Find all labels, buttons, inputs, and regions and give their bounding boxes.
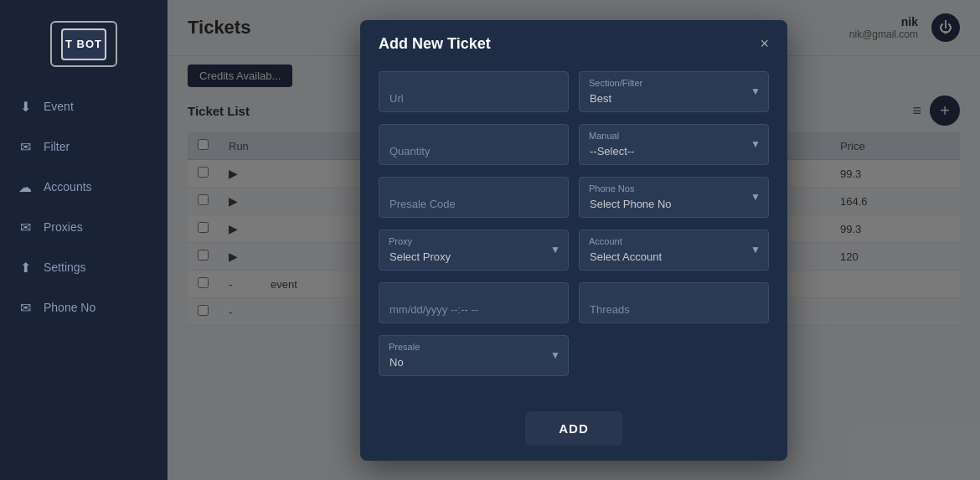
modal-header: Add New Ticket × <box>360 20 787 65</box>
form-row-1: Section/Filter Best General Floor VIP ▼ <box>379 71 769 112</box>
section-filter-group: Section/Filter Best General Floor VIP ▼ <box>579 71 769 112</box>
presale-label: Presale <box>389 342 420 352</box>
section-filter-label: Section/Filter <box>589 78 642 88</box>
sidebar-item-accounts-label: Accounts <box>44 180 92 194</box>
main-area: Tickets nik nik@gmail.com ⏻ Credits Avai… <box>168 0 980 480</box>
form-row-3: Phone Nos Select Phone No ▼ <box>379 177 769 218</box>
settings-icon: ⬆ <box>17 259 34 276</box>
account-group: Account Select Account ▼ <box>579 230 769 271</box>
form-row-6: Presale No Yes ▼ <box>379 335 769 376</box>
proxy-label: Proxy <box>389 236 412 246</box>
datetime-input[interactable] <box>379 282 569 323</box>
logo-area: T BOT <box>0 8 168 88</box>
modal-overlay: Add New Ticket × Section/Filter Best Gen… <box>168 0 980 480</box>
modal-close-button[interactable]: × <box>760 36 769 51</box>
presale-code-group <box>379 177 569 218</box>
phone-nos-group: Phone Nos Select Phone No ▼ <box>579 177 769 218</box>
sidebar-item-proxies-label: Proxies <box>44 220 83 234</box>
url-input[interactable] <box>379 71 569 112</box>
manual-group: Manual --Select-- Yes No ▼ <box>579 124 769 165</box>
sidebar-nav: ⬇ Event ✉ Filter ☁ Accounts ✉ Proxies ⬆ … <box>0 88 168 326</box>
sidebar-item-proxies[interactable]: ✉ Proxies <box>0 209 168 245</box>
sidebar-item-phone-label: Phone No <box>44 301 95 314</box>
sidebar-item-filter[interactable]: ✉ Filter <box>0 128 168 165</box>
modal-body: Section/Filter Best General Floor VIP ▼ <box>360 65 787 401</box>
phone-icon: ✉ <box>17 299 34 316</box>
sidebar-item-settings-label: Settings <box>44 261 86 274</box>
modal-title: Add New Ticket <box>379 35 491 53</box>
filter-icon: ✉ <box>17 138 34 155</box>
add-ticket-modal: Add New Ticket × Section/Filter Best Gen… <box>360 20 787 461</box>
sidebar-item-phone[interactable]: ✉ Phone No <box>0 289 168 326</box>
accounts-icon: ☁ <box>17 178 34 195</box>
presale-group: Presale No Yes ▼ <box>379 335 569 376</box>
manual-label: Manual <box>589 131 619 141</box>
datetime-group <box>379 282 569 323</box>
logo-text: T BOT <box>61 28 106 60</box>
sidebar-item-filter-label: Filter <box>44 140 70 153</box>
proxies-icon: ✉ <box>17 219 34 235</box>
proxy-group: Proxy Select Proxy ▼ <box>379 230 569 271</box>
sidebar-item-event[interactable]: ⬇ Event <box>0 88 168 125</box>
sidebar: T BOT ⬇ Event ✉ Filter ☁ Accounts ✉ Prox… <box>0 0 168 480</box>
threads-group <box>579 282 769 323</box>
sidebar-item-event-label: Event <box>44 100 74 113</box>
logo: T BOT <box>50 21 117 67</box>
quantity-group <box>379 124 569 165</box>
url-group <box>379 71 569 112</box>
empty-group <box>579 335 769 376</box>
modal-footer: ADD <box>360 401 787 461</box>
quantity-input[interactable] <box>379 124 569 165</box>
form-row-5 <box>379 282 769 323</box>
account-label: Account <box>589 236 622 246</box>
add-ticket-submit-button[interactable]: ADD <box>525 411 622 446</box>
sidebar-item-accounts[interactable]: ☁ Accounts <box>0 168 168 205</box>
form-row-2: Manual --Select-- Yes No ▼ <box>379 124 769 165</box>
form-row-4: Proxy Select Proxy ▼ Account Select <box>379 230 769 271</box>
threads-input[interactable] <box>579 282 769 323</box>
sidebar-item-settings[interactable]: ⬆ Settings <box>0 249 168 286</box>
phone-nos-label: Phone Nos <box>589 183 634 194</box>
event-icon: ⬇ <box>17 98 34 115</box>
presale-code-input[interactable] <box>379 177 569 218</box>
